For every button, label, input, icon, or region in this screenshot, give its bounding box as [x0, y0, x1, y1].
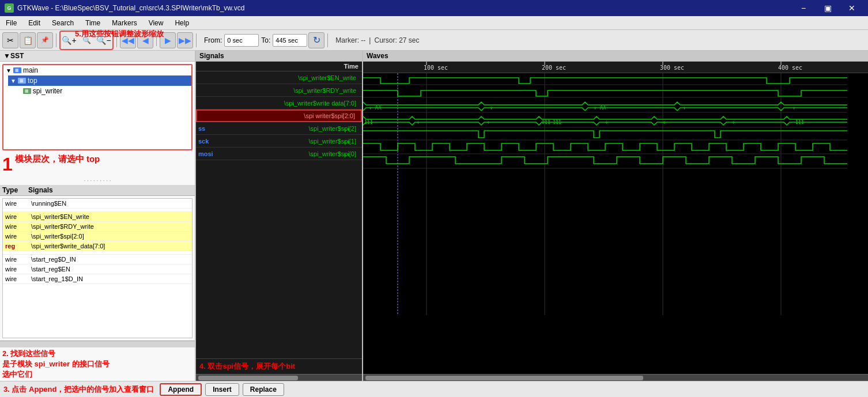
forward-button[interactable]: ▶▶ [177, 32, 193, 48]
signal-row-mosi[interactable]: mosi \spi_writer$spi[0] [196, 148, 362, 160]
svg-text:300 sec: 300 sec [660, 65, 684, 71]
svg-text:400 sec: 400 sec [778, 65, 802, 71]
rewind-button[interactable]: ◀◀ [120, 32, 136, 48]
signals-empty-area [196, 160, 362, 358]
tree-item-main[interactable]: ▼ ▦ main [3, 65, 191, 75]
signals-middle-scrollbar[interactable] [196, 374, 362, 381]
signal-row-sck[interactable]: sck \spi_writer$spi[1] [196, 135, 362, 148]
annotation-hierarchy-label: 模块层次，请选中 top [15, 154, 100, 165]
menu-view[interactable]: View [143, 16, 169, 29]
svg-text:+: + [792, 105, 796, 111]
signals-scrollbar-h[interactable] [0, 341, 195, 347]
svg-text:+: + [732, 120, 735, 125]
zoom-out-button[interactable]: 🔍− [96, 32, 112, 48]
signal-name-cell: \start_reg_1$D_IN [29, 274, 192, 284]
zoom-fit-button[interactable]: 🔍 [78, 32, 95, 48]
menu-help[interactable]: Help [169, 16, 195, 29]
signal-row-rdy-write[interactable]: \spi_writer$RDY_write [196, 84, 362, 97]
append-button[interactable]: Append [160, 383, 202, 396]
menu-bar: File Edit Search Time Markers View Help [0, 16, 868, 30]
signal-prefix-ss: ss [198, 125, 207, 132]
table-row[interactable]: reg \spi_writer$write_data[7:0] [3, 241, 192, 251]
app-icon: G [5, 3, 14, 13]
svg-text:+: + [490, 105, 493, 111]
insert-button[interactable]: Insert [205, 383, 239, 396]
signal-name-rdy: \spi_writer$RDY_write [198, 87, 360, 94]
separator-4 [196, 33, 197, 47]
marker-label: Marker: -- [335, 36, 365, 44]
table-row[interactable]: wire \start_reg$D_IN [3, 255, 192, 264]
signal-name-mosi: \spi_writer$spi[0] [216, 150, 360, 157]
svg-text:200 sec: 200 sec [542, 65, 566, 71]
next-button[interactable]: ▶ [160, 32, 176, 48]
tree-item-top[interactable]: ▼ ▦ top [8, 75, 191, 86]
signal-name-cell: \start_reg$EN [29, 264, 192, 274]
table-row[interactable]: wire \spi_writer$EN_write [3, 212, 192, 222]
menu-markers[interactable]: Markers [106, 16, 142, 29]
svg-text:111: 111 [795, 120, 804, 125]
copy-button[interactable]: 📋 [20, 32, 36, 48]
signals-time-header: Time [196, 62, 362, 71]
menu-edit[interactable]: Edit [22, 16, 46, 29]
close-button[interactable]: ✕ [840, 0, 863, 16]
signals-divider: · · · · · · · · · [0, 176, 195, 185]
signal-row-write-data[interactable]: \spi_writer$write data[7:0] [196, 97, 362, 109]
table-row[interactable]: wire \spi_writer$RDY_write [3, 222, 192, 232]
signals-panel-header: Signals [196, 51, 362, 62]
separator-pipe: | [369, 36, 371, 44]
signal-name-cell: \spi_writer$RDY_write [29, 222, 192, 232]
menu-time[interactable]: Time [80, 16, 106, 29]
svg-text:+: + [683, 105, 686, 111]
type-cell: wire [3, 274, 29, 284]
menu-search[interactable]: Search [46, 16, 80, 29]
refresh-button[interactable]: ↻ [308, 32, 324, 48]
menu-file[interactable]: File [0, 16, 22, 29]
type-cell: reg [3, 241, 29, 251]
svg-text:+ AA: + AA [594, 105, 606, 111]
signal-row-en-write[interactable]: \spi_writer$EN_write [196, 71, 362, 84]
signals-table: wire \running$EN wire \spi_writer$EN_wri… [3, 199, 192, 284]
svg-text:011 111: 011 111 [542, 120, 561, 125]
signal-name-cell: \spi_writer$spi[2:0] [29, 232, 192, 241]
waves-header: Waves [363, 51, 868, 62]
signal-name-writedata: \spi_writer$write data[7:0] [198, 100, 360, 107]
table-row[interactable]: wire \start_reg_1$D_IN [3, 274, 192, 284]
scrollbar-thumb[interactable] [198, 376, 298, 380]
signal-row-spi[interactable]: \spi writer$spi[2:0] [196, 109, 362, 122]
svg-text:+: + [417, 120, 420, 125]
prev-button[interactable]: ◀ [137, 32, 153, 48]
waves-ruler: 100 sec 200 sec 300 sec 400 sec [363, 62, 868, 73]
waves-content[interactable]: + AA + + AA + + 111 + + 011 111 + + + 11… [363, 73, 868, 374]
paste-button[interactable]: 📌 [37, 32, 53, 48]
annotation-block-1: 1 模块层次，请选中 top [0, 153, 195, 176]
to-input[interactable] [273, 34, 307, 47]
table-row[interactable]: wire \running$EN [3, 199, 192, 209]
sst-panel: ▼ SST ▼ ▦ main ▼ ▦ top ▦ spi_writer [0, 51, 196, 381]
cut-button[interactable]: ✂ [2, 32, 18, 48]
table-row[interactable]: wire \start_reg$EN [3, 264, 192, 274]
svg-text:+: + [605, 120, 608, 125]
signal-prefix-mosi: mosi [198, 150, 215, 157]
table-row[interactable]: wire \spi_writer$spi[2:0] [3, 232, 192, 241]
title-bar: G GTKWave - E:\BlueSpec\BSV_Tutorial_cn\… [0, 0, 868, 16]
maximize-button[interactable]: ▣ [816, 0, 839, 16]
marker-cursor-display: Marker: -- | Cursor: 27 sec [335, 36, 419, 44]
annotation-is-interface: 是子模块 spi_writer 的接口信号 [2, 359, 193, 369]
module-icon-spi: ▦ [23, 88, 31, 94]
annotation-number-1: 1 [2, 154, 13, 175]
zoom-in-button[interactable]: 🔍+ [61, 32, 77, 48]
annotation-4: 4. 双击spi信号，展开每个bit [196, 358, 362, 374]
signal-row-ss[interactable]: ss \spi_writer$spi[2] [196, 122, 362, 135]
type-cell: wire [3, 232, 29, 241]
minimize-button[interactable]: − [792, 0, 815, 16]
svg-text:+: + [663, 120, 666, 125]
to-label: To: [261, 36, 270, 44]
waves-scrollbar-thumb[interactable] [365, 376, 643, 380]
replace-button[interactable]: Replace [243, 383, 284, 396]
from-input[interactable] [224, 34, 259, 47]
waves-scrollbar[interactable] [363, 374, 868, 381]
tree-item-spi-writer[interactable]: ▦ spi_writer [17, 86, 191, 96]
from-label: From: [204, 36, 222, 44]
type-cell: wire [3, 199, 29, 209]
tree-label-main: main [23, 66, 38, 74]
